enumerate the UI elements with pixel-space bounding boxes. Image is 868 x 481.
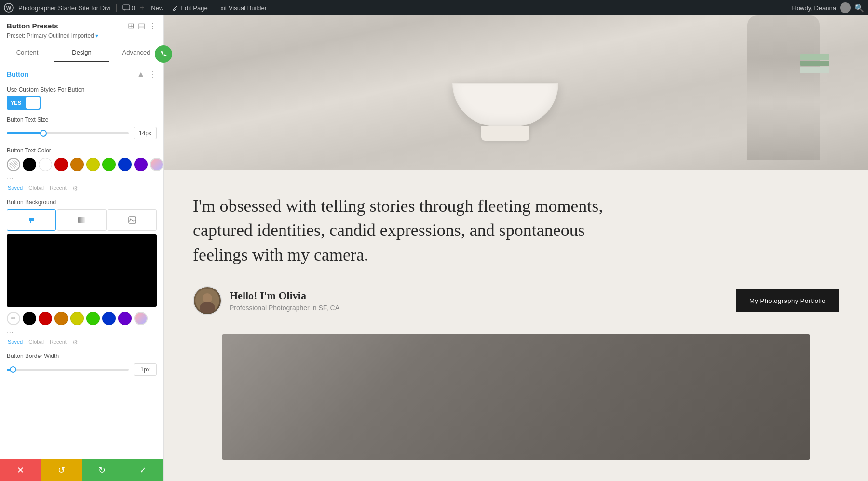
hero-image bbox=[164, 15, 868, 170]
user-avatar[interactable] bbox=[840, 2, 851, 13]
section-collapse-icon[interactable]: ▲ bbox=[136, 69, 145, 80]
toggle-yes-label: YES bbox=[7, 96, 25, 110]
text-section: I'm obsessed with telling stories throug… bbox=[164, 170, 868, 334]
custom-styles-toggle[interactable]: YES bbox=[7, 96, 41, 110]
color-swatch-red[interactable] bbox=[54, 158, 68, 171]
color-swatch-outlined[interactable] bbox=[7, 158, 20, 171]
panel-footer: ✕ ↺ ↻ ✓ bbox=[0, 459, 163, 481]
saved-colors-btn[interactable]: Saved bbox=[8, 185, 23, 192]
bg-swatch-orange[interactable] bbox=[54, 312, 68, 325]
wordpress-logo-icon[interactable]: W bbox=[4, 3, 14, 13]
panel-marker[interactable] bbox=[155, 45, 172, 63]
text-size-value[interactable]: 14px bbox=[134, 127, 157, 139]
author-row: Hello! I'm Olivia Professional Photograp… bbox=[193, 286, 839, 315]
color-swatch-yellow[interactable] bbox=[86, 158, 100, 171]
bg-tab-solid[interactable] bbox=[7, 209, 56, 231]
border-slider-thumb[interactable] bbox=[10, 366, 16, 373]
bg-global-btn[interactable]: Global bbox=[28, 339, 44, 346]
panel-copy-icon[interactable]: ⊞ bbox=[128, 21, 134, 30]
color-picker-icon[interactable]: ✏ bbox=[7, 312, 20, 325]
bg-swatch-green[interactable] bbox=[86, 312, 100, 325]
color-swatch-white[interactable] bbox=[39, 158, 52, 171]
global-colors-btn[interactable]: Global bbox=[28, 185, 44, 192]
bg-recent-btn[interactable]: Recent bbox=[50, 339, 67, 346]
redo-button[interactable]: ↻ bbox=[82, 459, 123, 481]
bg-swatch-red[interactable] bbox=[39, 312, 52, 325]
text-color-meta: Saved Global Recent ⚙ bbox=[7, 185, 157, 192]
text-size-row: Button Text Size 14px bbox=[7, 116, 157, 139]
bg-tab-image[interactable] bbox=[108, 209, 157, 231]
section-menu-icon[interactable]: ⋮ bbox=[148, 69, 157, 80]
section-title: Button bbox=[7, 70, 28, 78]
bg-gear-icon[interactable]: ⚙ bbox=[72, 339, 78, 346]
color-swatch-purple[interactable] bbox=[134, 158, 148, 171]
author-subtitle: Professional Photographer in SF, CA bbox=[230, 304, 339, 312]
bg-swatch-yellow[interactable] bbox=[70, 312, 84, 325]
search-icon[interactable]: 🔍 bbox=[854, 3, 864, 13]
cancel-button[interactable]: ✕ bbox=[0, 459, 41, 481]
site-preview: I'm obsessed with telling stories throug… bbox=[164, 15, 868, 460]
text-size-slider-track[interactable] bbox=[7, 132, 129, 134]
edit-icon bbox=[172, 5, 178, 11]
paint-bucket-icon bbox=[27, 216, 36, 224]
color-swatch-orange[interactable] bbox=[70, 158, 84, 171]
bg-preview bbox=[7, 234, 157, 307]
comment-icon bbox=[122, 4, 130, 11]
color-gear-icon[interactable]: ⚙ bbox=[72, 185, 78, 192]
text-color-section: Button Text Color ··· bbox=[7, 147, 157, 192]
color-swatch-gradient[interactable] bbox=[150, 158, 163, 171]
text-color-row bbox=[7, 158, 157, 171]
color-swatch-black[interactable] bbox=[23, 158, 36, 171]
bg-swatch-black[interactable] bbox=[23, 312, 36, 325]
bg-section: Button Background bbox=[7, 199, 157, 346]
phone-icon bbox=[160, 50, 167, 58]
avatar-image bbox=[195, 289, 219, 313]
slider-thumb[interactable] bbox=[40, 130, 47, 137]
bg-color-row: ✏ bbox=[7, 312, 157, 325]
tab-content[interactable]: Content bbox=[0, 44, 54, 62]
panel-title: Button Presets bbox=[7, 22, 58, 30]
admin-exit-builder-button[interactable]: Exit Visual Builder bbox=[215, 3, 269, 13]
preset-label[interactable]: Preset: Primary Outlined imported ▾ bbox=[7, 32, 157, 39]
slider-fill bbox=[7, 132, 43, 134]
admin-edit-page-button[interactable]: Edit Page bbox=[170, 3, 209, 13]
image-icon bbox=[128, 216, 136, 224]
bg-swatch-blue[interactable] bbox=[102, 312, 116, 325]
recent-colors-btn[interactable]: Recent bbox=[50, 185, 67, 192]
portfolio-button[interactable]: My Photography Portfolio bbox=[736, 289, 839, 312]
panel-layout-icon[interactable]: ▤ bbox=[138, 21, 145, 30]
bg-saved-btn[interactable]: Saved bbox=[8, 339, 23, 346]
panel-tabs: Content Design Advanced bbox=[0, 44, 163, 62]
panel-menu-icon[interactable]: ⋮ bbox=[149, 21, 157, 30]
undo-button[interactable]: ↺ bbox=[41, 459, 82, 481]
admin-comments[interactable]: 0 bbox=[122, 4, 135, 12]
svg-rect-3 bbox=[78, 217, 85, 223]
admin-site-name[interactable]: Photographer Starter Site for Divi bbox=[18, 4, 110, 12]
author-left: Hello! I'm Olivia Professional Photograp… bbox=[193, 286, 339, 315]
main-layout: Button Presets ⊞ ▤ ⋮ Preset: Primary Out… bbox=[0, 15, 868, 481]
toggle-no-label bbox=[26, 97, 40, 109]
bg-swatch-custom[interactable] bbox=[134, 312, 148, 325]
bg-tabs bbox=[7, 209, 157, 231]
text-color-label: Button Text Color bbox=[7, 147, 157, 154]
bg-label: Button Background bbox=[7, 199, 157, 206]
bg-swatch-purple[interactable] bbox=[118, 312, 132, 325]
color-more-dots[interactable]: ··· bbox=[7, 174, 13, 183]
custom-styles-toggle-row: Use Custom Styles For Button YES bbox=[7, 86, 157, 110]
bg-color-meta: Saved Global Recent ⚙ bbox=[7, 339, 157, 346]
border-value[interactable]: 1px bbox=[134, 363, 157, 376]
save-button[interactable]: ✓ bbox=[122, 459, 163, 481]
bg-more-dots[interactable]: ··· bbox=[7, 328, 13, 337]
author-avatar bbox=[193, 286, 222, 315]
color-swatch-blue[interactable] bbox=[118, 158, 132, 171]
border-slider-track[interactable] bbox=[7, 369, 129, 371]
tab-design[interactable]: Design bbox=[54, 44, 109, 62]
main-quote: I'm obsessed with telling stories throug… bbox=[193, 194, 608, 267]
color-swatch-green[interactable] bbox=[102, 158, 116, 171]
bg-tab-gradient[interactable] bbox=[57, 209, 106, 231]
author-name: Hello! I'm Olivia bbox=[230, 289, 339, 302]
panel-header: Button Presets ⊞ ▤ ⋮ Preset: Primary Out… bbox=[0, 15, 163, 44]
left-panel: Button Presets ⊞ ▤ ⋮ Preset: Primary Out… bbox=[0, 15, 164, 481]
admin-new-button[interactable]: New bbox=[149, 3, 165, 13]
admin-bar: W Photographer Starter Site for Divi | 0… bbox=[0, 0, 868, 15]
